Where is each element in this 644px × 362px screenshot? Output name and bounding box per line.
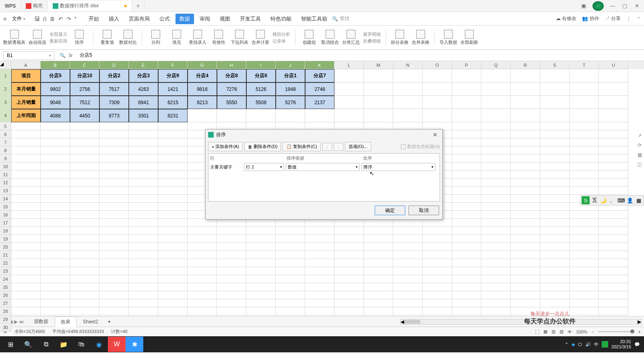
cell[interactable] — [305, 251, 334, 259]
row-header[interactable]: 6 — [0, 130, 11, 138]
cell[interactable]: 分店8 — [217, 69, 246, 82]
sheet-tab[interactable]: Sheet2 — [77, 317, 104, 326]
cell[interactable] — [276, 109, 305, 122]
cell[interactable] — [540, 162, 570, 171]
sheet-tab-active[interactable]: 效果 — [55, 317, 76, 327]
cell[interactable] — [334, 251, 364, 259]
cell[interactable]: 9802 — [41, 82, 70, 96]
ribbon-sort[interactable]: 排序 — [70, 30, 88, 45]
cell[interactable]: 分店2 — [99, 69, 129, 82]
cell[interactable] — [188, 267, 217, 275]
delete-condition-button[interactable]: 🗑删除条件(D) — [244, 142, 281, 151]
cell[interactable] — [276, 307, 305, 315]
cell[interactable] — [393, 69, 423, 82]
cell[interactable] — [511, 259, 540, 267]
cell[interactable] — [452, 251, 481, 259]
cell[interactable] — [393, 251, 423, 259]
cell[interactable] — [452, 235, 481, 243]
cell[interactable] — [511, 203, 540, 211]
row-header[interactable]: 23 — [0, 267, 11, 275]
cell[interactable] — [393, 283, 423, 291]
cell[interactable] — [11, 162, 41, 171]
menu-special[interactable]: 特色功能 — [266, 14, 295, 24]
cell[interactable] — [11, 146, 41, 154]
cell[interactable] — [481, 291, 511, 299]
cell[interactable] — [452, 227, 481, 235]
cell[interactable]: 2137 — [305, 96, 334, 109]
cell[interactable] — [393, 267, 423, 275]
cell[interactable] — [70, 179, 99, 187]
cell[interactable] — [423, 275, 452, 283]
cell[interactable] — [570, 179, 599, 187]
cell[interactable] — [11, 211, 41, 219]
cell[interactable] — [129, 203, 158, 211]
cell[interactable] — [511, 109, 540, 122]
cell[interactable] — [217, 299, 246, 307]
cell[interactable] — [599, 138, 628, 146]
cell[interactable] — [540, 195, 570, 203]
cell[interactable] — [452, 162, 481, 171]
hamburger-icon[interactable]: ≡ — [3, 16, 6, 22]
cell[interactable] — [540, 171, 570, 179]
cell[interactable] — [481, 122, 511, 130]
cell[interactable] — [70, 171, 99, 179]
cell[interactable] — [276, 267, 305, 275]
cell[interactable] — [481, 227, 511, 235]
cell[interactable] — [41, 267, 70, 275]
basis-combo[interactable]: 数值▾ — [286, 163, 360, 171]
cell[interactable] — [481, 315, 511, 316]
cell[interactable] — [452, 96, 481, 109]
cell[interactable] — [481, 171, 511, 179]
cell[interactable] — [599, 82, 628, 96]
add-sheet-icon[interactable]: + — [105, 319, 114, 325]
cell[interactable] — [41, 187, 70, 195]
cell[interactable] — [540, 243, 570, 251]
side-icon[interactable]: ⟳ — [638, 142, 642, 148]
cell[interactable] — [11, 154, 41, 162]
cell[interactable] — [99, 275, 129, 283]
cell[interactable] — [11, 171, 41, 179]
cell[interactable] — [481, 259, 511, 267]
cell[interactable] — [41, 122, 70, 130]
cell[interactable] — [99, 122, 129, 130]
add-condition-button[interactable]: +添加条件(A) — [208, 142, 243, 151]
zoom-in-icon[interactable]: + — [638, 329, 641, 334]
cell[interactable] — [158, 227, 188, 235]
cell[interactable] — [70, 235, 99, 243]
cell[interactable] — [305, 307, 334, 315]
cell[interactable] — [305, 299, 334, 307]
row-header[interactable]: 9 — [0, 154, 11, 162]
cell[interactable] — [11, 291, 41, 299]
cell[interactable] — [364, 243, 393, 251]
cell[interactable]: 2746 — [305, 82, 334, 96]
cell[interactable] — [246, 109, 276, 122]
cell[interactable] — [11, 219, 41, 227]
cell[interactable] — [276, 251, 305, 259]
has-changes[interactable]: ☁ 有修改 — [556, 15, 576, 22]
cell[interactable] — [246, 235, 276, 243]
cell[interactable] — [276, 299, 305, 307]
ribbon-group[interactable]: 创建组 — [300, 30, 318, 45]
cell[interactable] — [41, 307, 70, 315]
cell[interactable] — [570, 162, 599, 171]
menu-formula[interactable]: 公式 — [155, 14, 174, 24]
cell[interactable]: 分店5 — [41, 69, 70, 82]
cell[interactable] — [129, 219, 158, 227]
cell[interactable] — [158, 267, 188, 275]
row-header[interactable]: 25 — [0, 283, 11, 291]
cell[interactable] — [393, 275, 423, 283]
cell[interactable] — [334, 315, 364, 316]
cell[interactable] — [41, 243, 70, 251]
cell[interactable] — [70, 219, 99, 227]
avatar[interactable] — [592, 1, 604, 11]
cell[interactable] — [158, 162, 188, 171]
row-header[interactable]: 24 — [0, 275, 11, 283]
cell[interactable] — [158, 171, 188, 179]
cell[interactable] — [158, 187, 188, 195]
cell[interactable] — [364, 235, 393, 243]
cell[interactable] — [570, 275, 599, 283]
cell[interactable] — [599, 259, 628, 267]
cell[interactable]: 分店9 — [158, 69, 188, 82]
cell[interactable] — [334, 243, 364, 251]
cell[interactable] — [511, 243, 540, 251]
